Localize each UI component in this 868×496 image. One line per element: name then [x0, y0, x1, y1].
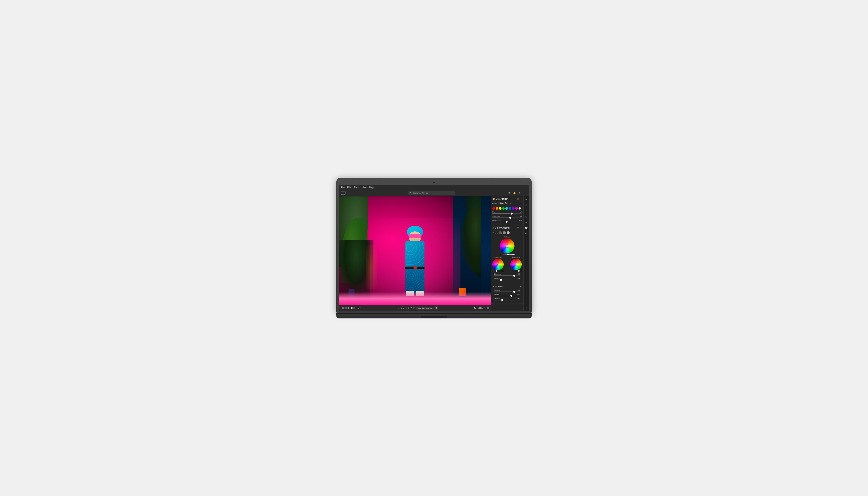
color-grading-title: Color Grading — [495, 227, 517, 229]
clarity-thumb[interactable] — [510, 295, 512, 297]
color-dot-yellow[interactable] — [499, 207, 502, 210]
shadows-brightness-slider[interactable] — [492, 271, 504, 271]
single-view-icon[interactable] — [348, 307, 351, 309]
color-grading-more-icon[interactable]: ⋯ — [520, 227, 522, 229]
menu-help[interactable]: Help — [369, 186, 374, 189]
panel-icon-info[interactable]: ℹ — [524, 306, 528, 310]
grading-global-mode[interactable] — [507, 231, 510, 234]
balance-thumb[interactable] — [500, 279, 502, 281]
grid-view-icon[interactable] — [341, 307, 344, 309]
copy-edit-button[interactable]: Copy Edit Settings — [416, 307, 433, 310]
panel-icon-adjustments[interactable]: ≡ — [524, 198, 528, 202]
grading-highlights-mode[interactable] — [503, 231, 506, 234]
effects-eye-icon[interactable]: ◉ — [520, 285, 522, 288]
color-grading-header[interactable]: ❋ Color Grading ◉ ⋯ — [491, 225, 523, 230]
highlights-indicator — [517, 262, 518, 264]
shadows-wheel[interactable] — [492, 259, 504, 270]
panel-icon-healing[interactable]: ✦ — [524, 209, 528, 213]
sidebar-toggle-icon[interactable] — [341, 191, 346, 195]
info-icon[interactable]: ℹ — [523, 191, 527, 195]
sort-icon[interactable]: ☰ — [358, 307, 359, 309]
list-view-icon[interactable] — [345, 307, 348, 309]
highlights-wheel[interactable] — [510, 259, 522, 270]
panel-content: 🎨 Color Mixer ◉ ⋯ Adjust — [491, 197, 523, 311]
star-rating: ★ ★ ★ ★ ★ — [398, 307, 409, 309]
menu-photo[interactable]: Photo — [353, 186, 359, 189]
grading-midtones-mode[interactable] — [499, 231, 502, 234]
saturation-thumb[interactable] — [509, 217, 511, 219]
forward-button[interactable]: → — [352, 191, 356, 195]
adjust-row: Adjust Color ↺ — [492, 201, 522, 205]
star-3[interactable]: ★ — [403, 307, 405, 309]
highlights-wheel-container: Highlights — [510, 256, 522, 271]
photo-container — [340, 197, 491, 305]
adjust-dropdown[interactable]: Color — [498, 202, 508, 204]
midtones-brightness-thumb[interactable] — [507, 253, 509, 255]
midtones-wheel-container: Midtones — [492, 236, 522, 255]
main-content: ☰ ▼ ★ ★ ★ ★ ★ — [340, 197, 528, 311]
star-4[interactable]: ★ — [405, 307, 407, 309]
search-bar[interactable]: 🔍 Search All Photos — [408, 191, 456, 195]
sort-dropdown[interactable]: ▼ — [360, 307, 362, 309]
star-5[interactable]: ★ — [408, 307, 409, 309]
menu-file[interactable]: File — [341, 186, 345, 189]
star-1[interactable]: ★ — [398, 307, 400, 309]
hue-thumb[interactable] — [510, 213, 512, 215]
color-dot-magenta[interactable] — [515, 207, 518, 210]
photo-area: ☰ ▼ ★ ★ ★ ★ ★ — [340, 197, 491, 311]
balance-slider-row: Balance -54 — [492, 277, 522, 280]
camera-area — [340, 181, 528, 184]
texture-slider-row: Texture +74 — [492, 289, 522, 292]
luminance-thumb[interactable] — [506, 221, 508, 223]
compare-view-icon[interactable] — [352, 307, 355, 309]
menu-edit[interactable]: Edit — [347, 186, 351, 189]
panel-icon-mask[interactable]: ◎ — [524, 215, 528, 219]
photo-scene — [340, 197, 491, 305]
flag-icons: ⚑ ✕ — [411, 307, 415, 309]
toolbar: ← → 🔍 Search All Photos ⚗ 🔔 ⬆ ℹ — [340, 190, 528, 197]
bell-icon[interactable]: 🔔 — [512, 191, 517, 195]
color-dot-aqua[interactable] — [505, 207, 508, 210]
panel-icon-presets[interactable]: ⊟ — [524, 203, 528, 207]
color-mixer-eye-icon[interactable]: ◉ — [517, 198, 519, 200]
filter-icon[interactable]: ⚗ — [507, 191, 511, 195]
settings-button[interactable]: ⚙ — [435, 306, 438, 310]
panel-icon-history[interactable]: 🕐 — [524, 226, 528, 230]
color-mixer-header[interactable]: 🎨 Color Mixer ◉ ⋯ — [491, 197, 523, 201]
menu-view[interactable]: View — [362, 186, 367, 189]
color-dot-green[interactable] — [502, 207, 505, 210]
star-2[interactable]: ★ — [400, 307, 402, 309]
color-grading-icon: ❋ — [492, 227, 494, 229]
search-icon: 🔍 — [409, 192, 412, 194]
color-dot-blue[interactable] — [509, 207, 511, 210]
zoom-dropdown[interactable]: ▼ — [484, 307, 486, 309]
highlights-brightness-slider[interactable] — [510, 271, 522, 271]
grading-linked-icon[interactable]: ⊛ — [492, 231, 494, 234]
midtones-cursor[interactable] — [506, 245, 508, 247]
highlights-brightness-thumb[interactable] — [518, 270, 520, 272]
effects-header[interactable]: ▼ Effects ◉ — [491, 284, 523, 289]
grid-overlay-icon[interactable]: ⊞ — [487, 307, 489, 309]
grading-shadows-mode[interactable] — [495, 231, 498, 234]
midtones-brightness-slider[interactable] — [500, 254, 515, 255]
share-icon[interactable]: ⬆ — [518, 191, 522, 195]
panel-icon-more[interactable]: ••• — [524, 232, 528, 235]
color-dot-white[interactable] — [518, 207, 521, 210]
color-dot-purple[interactable] — [512, 207, 515, 210]
color-mixer-section: 🎨 Color Mixer ◉ ⋯ Adjust — [491, 197, 523, 225]
color-mixer-more-icon[interactable]: ⋯ — [520, 198, 522, 200]
dehaze-thumb[interactable] — [501, 299, 503, 301]
blending-thumb[interactable] — [513, 275, 515, 277]
color-dot-red[interactable] — [492, 207, 495, 210]
back-button[interactable]: ← — [347, 191, 351, 195]
panel-icon-redeye[interactable]: ◉ — [524, 220, 528, 224]
texture-thumb[interactable] — [513, 291, 515, 293]
flag-icon[interactable]: ⚑ — [411, 307, 412, 309]
grading-mode-icons: ⊛ — [491, 230, 523, 235]
color-grading-eye-icon[interactable]: ◉ — [517, 227, 519, 229]
midtones-wheel[interactable] — [500, 238, 515, 253]
reject-icon[interactable]: ✕ — [413, 307, 415, 309]
adjust-reset-icon[interactable]: ↺ — [509, 201, 512, 205]
color-dot-orange[interactable] — [495, 207, 498, 210]
shadows-brightness-thumb[interactable] — [495, 270, 497, 272]
